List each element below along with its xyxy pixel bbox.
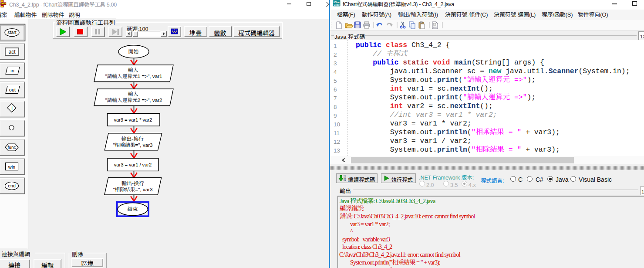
svg-text:01: 01	[344, 179, 346, 181]
svg-text:"請輸入運算元2 =>", var2: "請輸入運算元2 =>", var2	[105, 96, 162, 103]
svg-text:"相除結果=", var3: "相除結果=", var3	[113, 186, 152, 193]
svg-text:結束: 結束	[127, 205, 138, 212]
svg-text:"請輸入運算元1 =>", var1: "請輸入運算元1 =>", var1	[105, 72, 162, 79]
svg-text:var3 = var1 * var2: var3 = var1 * var2	[114, 116, 152, 123]
svg-text:Code: Code	[334, 3, 340, 6]
svg-text:"相乘結果=", var3: "相乘結果=", var3	[113, 141, 152, 148]
svg-text:var3 = var1 / var2: var3 = var1 / var2	[114, 161, 152, 168]
svg-text:開始: 開始	[128, 47, 138, 55]
